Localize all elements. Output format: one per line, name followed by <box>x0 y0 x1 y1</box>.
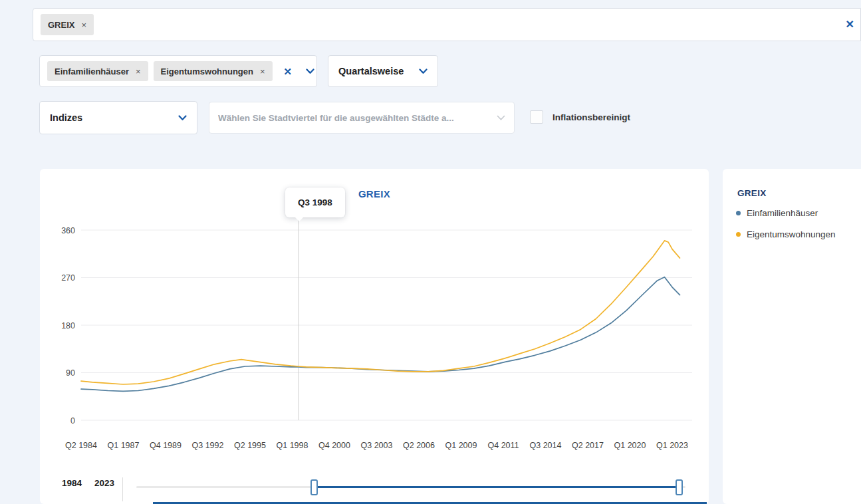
slider-max-year-label: 2023 <box>94 478 114 488</box>
type-tag-label: Eigentumswohnungen <box>161 66 253 76</box>
period-dropdown-value: Quartalsweise <box>338 66 404 76</box>
period-dropdown[interactable]: Quartalsweise <box>328 55 438 87</box>
city-tag-label: GREIX <box>48 20 74 30</box>
chevron-down-icon <box>497 115 505 121</box>
svg-text:Q2 2006: Q2 2006 <box>403 441 435 450</box>
chevron-down-icon <box>178 115 187 121</box>
city-filter-bar: GREIX × ✕ <box>33 8 861 41</box>
index-type-dropdown[interactable]: Indizes <box>39 101 197 134</box>
slider-divider <box>122 477 123 501</box>
svg-text:0: 0 <box>70 416 75 426</box>
slider-handle-left[interactable] <box>310 479 318 495</box>
city-tag-greix[interactable]: GREIX × <box>41 14 94 35</box>
property-type-filter: Einfamilienhäuser × Eigentumswohnungen ×… <box>39 55 317 87</box>
series-dot-blue-icon <box>736 211 741 215</box>
type-tag-eigentumswohnungen[interactable]: Eigentumswohnungen × <box>154 61 273 81</box>
svg-text:Q1 1998: Q1 1998 <box>277 441 308 450</box>
svg-text:Q3 2014: Q3 2014 <box>530 441 562 450</box>
clear-type-filter-icon[interactable]: ✕ <box>284 66 293 76</box>
city-tag-remove-icon[interactable]: × <box>81 20 86 30</box>
inflation-adjusted-label: Inflationsbereinigt <box>553 112 630 122</box>
year-range-slider-selected[interactable] <box>314 486 679 488</box>
svg-text:Q3 1992: Q3 1992 <box>192 441 224 450</box>
svg-text:Q4 1989: Q4 1989 <box>150 441 182 450</box>
chart-card: GREIX Q3 1998 090180270360Q2 1984Q1 1987… <box>40 169 709 504</box>
chevron-down-icon <box>419 68 428 74</box>
svg-text:180: 180 <box>61 321 75 330</box>
type-tag-label: Einfamilienhäuser <box>55 66 129 76</box>
legend-item-eigentumswohnungen[interactable]: Eigentumswohnungen <box>736 229 836 239</box>
svg-text:90: 90 <box>66 368 75 378</box>
legend-item-einfamilienhaeuser[interactable]: Einfamilienhäuser <box>736 208 818 218</box>
type-tag-einfamilienhaeuser[interactable]: Einfamilienhäuser × <box>47 61 148 81</box>
svg-text:Q1 2020: Q1 2020 <box>614 441 646 450</box>
chart-plot-area[interactable]: 090180270360Q2 1984Q1 1987Q4 1989Q3 1992… <box>40 169 709 504</box>
legend-item-label: Eigentumswohnungen <box>747 229 836 239</box>
svg-text:Q2 1984: Q2 1984 <box>65 441 97 450</box>
chart-hover-tooltip: Q3 1998 <box>285 188 345 217</box>
type-tag-remove-icon[interactable]: × <box>260 66 265 76</box>
svg-text:Q4 2011: Q4 2011 <box>487 441 519 450</box>
slider-handle-right[interactable] <box>676 479 683 495</box>
svg-text:270: 270 <box>61 273 75 283</box>
svg-text:360: 360 <box>61 226 75 235</box>
svg-text:Q4 2000: Q4 2000 <box>318 441 350 450</box>
index-type-dropdown-value: Indizes <box>50 112 82 123</box>
tooltip-label: Q3 1998 <box>298 197 332 207</box>
svg-text:Q1 2023: Q1 2023 <box>656 441 688 450</box>
legend-panel: GREIX Einfamilienhäuser Eigentumswohnung… <box>723 169 861 504</box>
inflation-adjusted-checkbox[interactable] <box>530 110 543 124</box>
legend-title: GREIX <box>737 188 767 198</box>
svg-text:Q2 1995: Q2 1995 <box>234 441 266 450</box>
svg-text:Q2 2017: Q2 2017 <box>572 441 604 450</box>
district-select-disabled[interactable]: Wählen Sie Stadtviertel für die ausgewäh… <box>209 102 515 134</box>
chevron-down-icon[interactable] <box>306 68 314 74</box>
legend-item-label: Einfamilienhäuser <box>747 208 818 218</box>
svg-text:Q3 2003: Q3 2003 <box>361 441 393 450</box>
district-select-placeholder: Wählen Sie Stadtviertel für die ausgewäh… <box>218 113 454 123</box>
clear-city-filter-icon[interactable]: ✕ <box>846 19 854 30</box>
svg-text:Q1 1987: Q1 1987 <box>108 441 140 450</box>
svg-text:Q1 2009: Q1 2009 <box>445 441 477 450</box>
type-tag-remove-icon[interactable]: × <box>136 66 141 76</box>
slider-min-year-label: 1984 <box>62 478 82 488</box>
series-dot-yellow-icon <box>736 232 741 237</box>
